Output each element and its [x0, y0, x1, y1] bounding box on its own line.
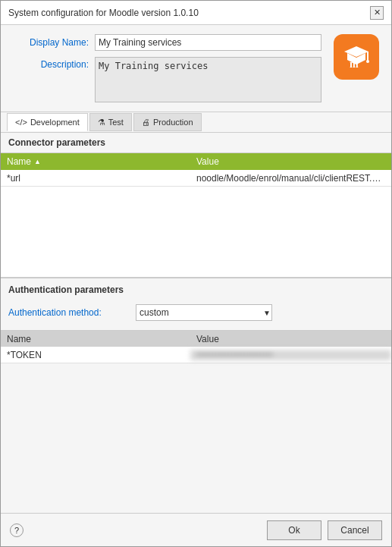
title-bar: System configuration for Moodle version …	[1, 1, 391, 25]
svg-text:m: m	[350, 58, 359, 70]
help-icon-label: ?	[14, 526, 19, 535]
description-row: Description: My Training services	[13, 57, 321, 102]
auth-section-title: Authentication parameters	[8, 285, 384, 298]
auth-row-0-value: ••••••••••••••••••••••••	[190, 350, 391, 360]
connector-row-0-value: noodle/Moodle/enrol/manual/cli/clientRES…	[190, 173, 391, 184]
svg-point-2	[366, 60, 369, 63]
connector-row-0[interactable]: *url noodle/Moodle/enrol/manual/cli/clie…	[1, 170, 391, 187]
connector-value-header: Value	[190, 156, 391, 167]
footer: ? Ok Cancel	[1, 513, 391, 546]
auth-row-0-name: *TOKEN	[1, 350, 190, 360]
display-name-input[interactable]	[95, 34, 321, 51]
auth-method-label: Authentication method:	[8, 307, 130, 318]
window-title: System configuration for Moodle version …	[8, 8, 199, 18]
connector-table: Name ▲ Value *url noodle/Moodle/enrol/ma…	[1, 152, 391, 278]
header-section: Display Name: Description: My Training s…	[1, 25, 391, 112]
moodle-logo-svg: m	[340, 40, 373, 74]
development-icon: </>	[15, 118, 27, 127]
cancel-button[interactable]: Cancel	[328, 520, 382, 540]
auth-section: Authentication parameters Authentication…	[1, 278, 391, 324]
connector-table-header: Name ▲ Value	[1, 153, 391, 170]
tab-production[interactable]: 🖨 Production	[133, 113, 202, 131]
connector-empty-area	[1, 187, 391, 278]
description-label: Description:	[13, 57, 89, 70]
connector-name-header: Name ▲	[1, 156, 190, 167]
auth-method-select[interactable]: custom basic oauth none	[136, 304, 272, 321]
auth-table-area: Name Value *TOKEN ••••••••••••••••••••••…	[1, 330, 391, 363]
tab-test[interactable]: ⚗ Test	[89, 113, 132, 131]
auth-table-header: Name Value	[1, 330, 391, 347]
connector-row-0-name: *url	[1, 173, 190, 184]
description-textarea[interactable]: My Training services	[95, 57, 321, 102]
tab-development[interactable]: </> Development	[7, 113, 88, 131]
sort-icon: ▲	[34, 158, 41, 165]
auth-method-row: Authentication method: custom basic oaut…	[8, 304, 384, 321]
content-area: Display Name: Description: My Training s…	[1, 25, 391, 546]
tab-production-label: Production	[153, 118, 193, 127]
auth-value-header: Value	[190, 334, 391, 344]
close-button[interactable]: ✕	[370, 6, 384, 20]
production-icon: 🖨	[142, 118, 150, 127]
moodle-logo: m	[334, 34, 379, 80]
footer-buttons: Ok Cancel	[267, 520, 382, 540]
connector-section: Connector parameters Name ▲ Value *url n…	[1, 133, 391, 278]
help-button[interactable]: ?	[10, 523, 24, 537]
connector-section-title: Connector parameters	[1, 133, 391, 152]
test-icon: ⚗	[98, 118, 105, 127]
tab-development-label: Development	[30, 118, 80, 127]
tabs-bar: </> Development ⚗ Test 🖨 Production	[1, 112, 391, 133]
auth-name-header: Name	[1, 334, 190, 344]
main-window: System configuration for Moodle version …	[0, 0, 392, 547]
display-name-row: Display Name:	[13, 34, 321, 51]
ok-button[interactable]: Ok	[267, 520, 321, 540]
tab-test-label: Test	[108, 118, 124, 127]
display-name-label: Display Name:	[13, 37, 89, 48]
form-fields: Display Name: Description: My Training s…	[13, 34, 321, 102]
auth-select-wrapper: custom basic oauth none ▼	[136, 304, 272, 321]
auth-row-0[interactable]: *TOKEN ••••••••••••••••••••••••	[1, 347, 391, 363]
svg-rect-1	[367, 52, 368, 61]
